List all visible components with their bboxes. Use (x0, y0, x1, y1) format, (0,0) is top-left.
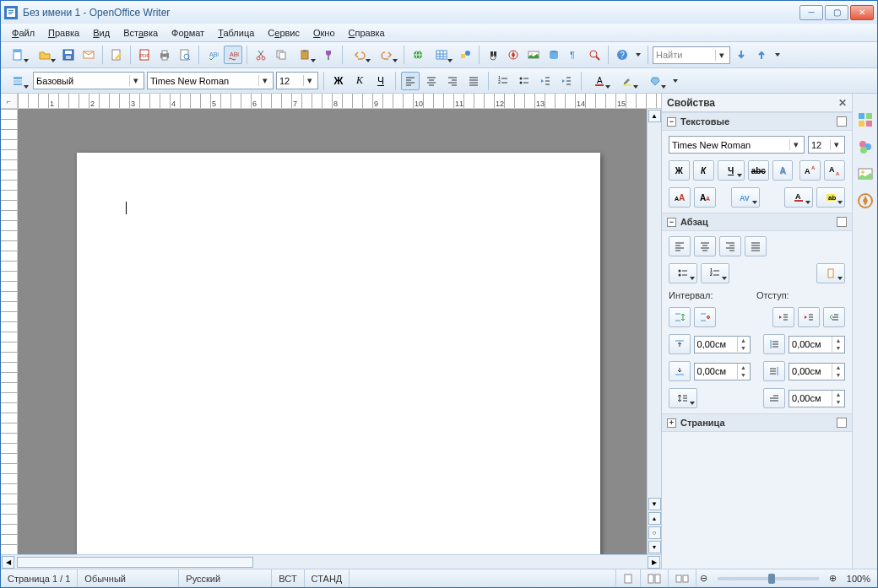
find-next-button[interactable] (732, 46, 751, 64)
decrease-indent-button[interactable] (536, 72, 555, 90)
sb-align-justify-button[interactable] (745, 236, 767, 256)
zoom-in-button[interactable]: ⊕ (826, 573, 840, 584)
scroll-up-button[interactable]: ▲ (648, 110, 661, 122)
print-preview-button[interactable] (176, 46, 194, 64)
save-button[interactable] (59, 46, 78, 64)
gallery-button[interactable] (524, 46, 543, 64)
zoom-percent[interactable]: 100% (840, 569, 877, 587)
section-para-header[interactable]: − Абзац (662, 213, 852, 231)
sb-underline-button[interactable]: Ч (718, 160, 745, 181)
font-color-button[interactable]: A (587, 72, 612, 90)
horizontal-scrollbar[interactable]: ◀ ▶ (1, 554, 661, 569)
status-lang[interactable]: Русский (179, 569, 272, 587)
styles-button[interactable] (5, 72, 30, 90)
sb-strike-button[interactable]: abc (748, 160, 769, 181)
sb-bold-button[interactable]: Ж (669, 160, 690, 181)
nav-button[interactable]: ○ (648, 526, 661, 539)
status-style[interactable]: Обычный (78, 569, 179, 587)
section-page-header[interactable]: + Страница (662, 413, 852, 432)
edit-doc-button[interactable] (107, 46, 126, 64)
menu-view[interactable]: Вид (87, 26, 116, 40)
zoom-slider[interactable] (718, 577, 819, 580)
status-selection[interactable]: СТАНД (305, 569, 350, 587)
bullets-button[interactable] (515, 72, 534, 90)
numbering-button[interactable]: 12 (494, 72, 512, 90)
nonprinting-button[interactable]: ¶ (565, 46, 583, 64)
section-detach-icon[interactable] (837, 217, 847, 227)
font-size-combo[interactable]: 12▾ (276, 72, 318, 89)
sb-align-left-button[interactable] (669, 236, 691, 256)
email-button[interactable] (79, 46, 98, 64)
sb-firstline-indent-input[interactable]: ▲▼ (789, 390, 845, 407)
menu-file[interactable]: Файл (6, 26, 41, 40)
open-button[interactable] (32, 46, 57, 64)
status-insert[interactable]: ВСТ (272, 569, 304, 587)
sb-space-above-input[interactable]: ▲▼ (694, 336, 751, 353)
menu-format[interactable]: Формат (165, 26, 210, 40)
align-center-button[interactable] (422, 72, 441, 90)
new-button[interactable] (5, 46, 30, 64)
redo-button[interactable] (374, 46, 399, 64)
sb-inc-indent-button[interactable] (772, 307, 794, 327)
spellcheck-button[interactable]: ABC (203, 46, 222, 64)
sb-shadow-button[interactable]: A (772, 160, 794, 181)
sb-italic-button[interactable]: К (693, 160, 714, 181)
section-detach-icon[interactable] (837, 418, 847, 428)
sb-spacing-button[interactable]: AV (731, 187, 760, 208)
sb-space-below-input[interactable]: ▲▼ (694, 363, 751, 380)
zoom-out-button[interactable]: ⊖ (696, 569, 711, 587)
format-paintbrush-button[interactable] (319, 46, 338, 64)
highlight-button[interactable] (615, 72, 640, 90)
datasources-button[interactable] (545, 46, 563, 64)
navigator-button[interactable] (504, 46, 523, 64)
font-name-combo[interactable]: Times New Roman▾ (147, 72, 274, 89)
paragraph-style-combo[interactable]: Базовый▾ (33, 72, 144, 89)
bold-button[interactable]: Ж (329, 72, 348, 90)
sb-align-center-button[interactable] (694, 236, 716, 256)
status-page[interactable]: Страница 1 / 1 (1, 569, 78, 587)
toolbar-options-2-button[interactable] (772, 46, 783, 64)
menu-edit[interactable]: Правка (42, 26, 85, 40)
sb-indent-left-input[interactable]: ▲▼ (789, 336, 845, 353)
cut-button[interactable] (252, 46, 270, 64)
tab-navigator[interactable] (856, 192, 875, 210)
align-right-button[interactable] (443, 72, 462, 90)
next-page-button[interactable]: ▾ (648, 541, 661, 553)
sb-indent-right-input[interactable]: ▲▼ (789, 363, 845, 380)
tab-properties[interactable] (856, 111, 875, 129)
paste-button[interactable] (292, 46, 317, 64)
sb-bgcolor-button[interactable] (816, 263, 845, 283)
undo-button[interactable] (347, 46, 372, 64)
scroll-right-button[interactable]: ▶ (648, 556, 660, 569)
sb-inc-spacing-button[interactable] (669, 307, 691, 327)
sb-superscript-button[interactable]: AA (799, 160, 821, 181)
sb-font-color-button[interactable]: A (784, 187, 813, 208)
align-left-button[interactable] (401, 72, 420, 90)
toolbar-options-button[interactable] (633, 46, 643, 64)
sb-numbering-button[interactable]: 12 (701, 263, 729, 283)
help-button[interactable]: ? (613, 46, 631, 64)
sb-hanging-indent-button[interactable] (823, 307, 845, 327)
tab-gallery[interactable] (856, 165, 875, 183)
close-panel-button[interactable]: ✕ (838, 97, 847, 109)
export-pdf-button[interactable]: PDF (135, 46, 154, 64)
sb-dec-indent-button[interactable] (798, 307, 820, 327)
vertical-ruler[interactable] (1, 109, 18, 554)
status-view-book[interactable] (669, 569, 696, 587)
sb-line-spacing-button[interactable] (669, 388, 697, 408)
sb-shrink-font-button[interactable]: AA (694, 187, 716, 208)
sidebar-font-combo[interactable]: Times New Roman▾ (669, 136, 805, 154)
document-canvas[interactable] (18, 109, 647, 554)
section-detach-icon[interactable] (837, 116, 847, 127)
bg-color-button[interactable] (642, 72, 668, 90)
find-replace-button[interactable] (484, 46, 502, 64)
close-button[interactable]: ✕ (850, 5, 874, 20)
scroll-thumb[interactable] (17, 557, 253, 568)
section-text-header[interactable]: − Текстовые (662, 112, 852, 131)
menu-window[interactable]: Окно (307, 26, 341, 40)
sb-subscript-button[interactable]: AA (824, 160, 845, 181)
sb-highlight-button[interactable]: ab (816, 187, 845, 208)
status-view-single[interactable] (616, 569, 641, 587)
scroll-down-button[interactable]: ▼ (648, 498, 661, 510)
status-view-multi[interactable] (641, 569, 669, 587)
